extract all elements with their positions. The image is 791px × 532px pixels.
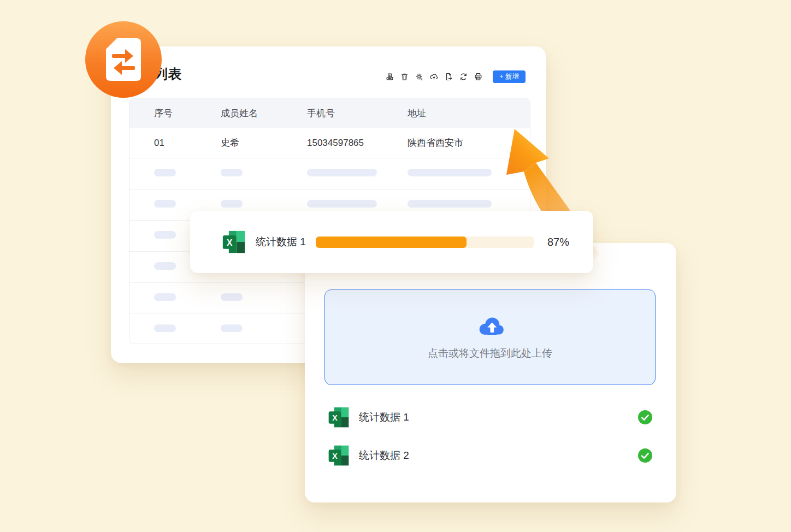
placeholder-pill — [154, 262, 176, 270]
document-transfer-icon — [103, 36, 144, 83]
column-header-no: 序号 — [154, 107, 221, 120]
import-progress-card: X 统计数据 1 87% — [190, 211, 593, 273]
placeholder-pill — [154, 324, 176, 332]
success-check-icon — [638, 410, 652, 424]
placeholder-pill — [221, 324, 243, 332]
import-icon[interactable] — [385, 72, 394, 81]
file-name: 统计数据 1 — [359, 410, 409, 424]
file-name: 统计数据 2 — [359, 448, 409, 463]
cell-phone: 15034597865 — [307, 138, 408, 149]
placeholder-pill — [221, 200, 243, 208]
upload-card: 点击或将文件拖到此处上传 X 统计数据 1 — [305, 243, 676, 503]
page: 列表 — [0, 0, 791, 532]
column-header-name: 成员姓名 — [221, 107, 307, 120]
placeholder-pill — [221, 169, 243, 176]
add-button[interactable]: + 新增 — [493, 70, 526, 83]
excel-icon: X — [222, 230, 246, 254]
svg-text:X: X — [332, 413, 338, 422]
excel-icon: X — [328, 406, 350, 428]
placeholder-pill — [408, 169, 492, 176]
settings-icon[interactable] — [415, 72, 424, 81]
table-header-row: 序号 成员姓名 手机号 地址 — [129, 98, 530, 128]
list-item: X 统计数据 1 — [328, 406, 652, 428]
placeholder-pill — [154, 200, 176, 208]
delete-icon[interactable] — [400, 72, 409, 81]
cloud-upload-outline-icon[interactable] — [429, 72, 439, 81]
upload-dropzone[interactable]: 点击或将文件拖到此处上传 — [324, 289, 656, 385]
cell-name: 史希 — [221, 137, 307, 149]
export-file-icon[interactable] — [444, 72, 453, 81]
table-toolbar: + 新增 — [385, 70, 526, 83]
uploaded-file-list: X 统计数据 1 X 统计数据 2 — [328, 406, 652, 483]
column-header-phone: 手机号 — [307, 107, 408, 120]
placeholder-pill — [408, 200, 492, 208]
list-item: X 统计数据 2 — [328, 445, 652, 466]
success-check-icon — [638, 448, 652, 463]
svg-text:X: X — [332, 452, 338, 460]
progress-fill — [316, 237, 467, 248]
dropzone-label: 点击或将文件拖到此处上传 — [428, 346, 552, 360]
progress-percent: 87% — [547, 236, 569, 249]
placeholder-pill — [221, 293, 243, 301]
svg-text:X: X — [227, 238, 233, 247]
cell-no: 01 — [154, 138, 221, 149]
cloud-upload-icon — [475, 314, 505, 338]
transfer-badge — [85, 21, 162, 98]
placeholder-pill — [154, 231, 176, 239]
skeleton-row — [129, 158, 530, 189]
placeholder-pill — [154, 169, 176, 176]
column-header-address: 地址 — [408, 107, 530, 120]
placeholder-pill — [154, 293, 176, 301]
cell-address: 陕西省西安市 — [408, 137, 530, 149]
placeholder-pill — [307, 169, 377, 176]
excel-icon: X — [328, 445, 350, 466]
print-icon[interactable] — [474, 72, 483, 81]
table-row[interactable]: 01 史希 15034597865 陕西省西安市 — [129, 128, 530, 158]
placeholder-pill — [307, 200, 377, 208]
refresh-icon[interactable] — [459, 72, 468, 81]
progress-file-name: 统计数据 1 — [256, 235, 308, 249]
progress-bar — [316, 237, 534, 248]
